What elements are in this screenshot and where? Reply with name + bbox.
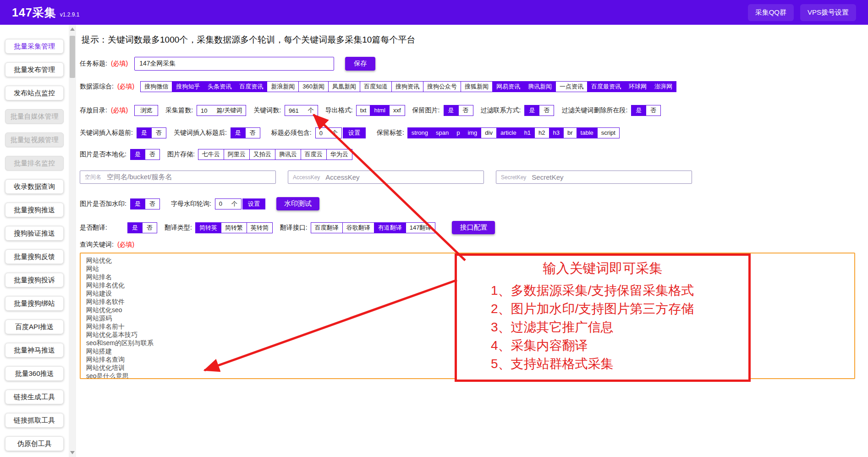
data-source-tag[interactable]: 一点资讯 — [555, 81, 588, 92]
sidebar-item[interactable]: 批量搜狗投诉 — [5, 273, 64, 287]
data-source-tag[interactable]: 腾讯新闻 — [524, 81, 556, 92]
translate-api-option[interactable]: 147翻译 — [406, 222, 436, 233]
keep-tag-option[interactable]: br — [563, 127, 577, 138]
keep-tag-option[interactable]: div — [481, 127, 497, 138]
sidebar-item[interactable]: 批量搜狗反馈 — [5, 249, 64, 264]
keep-image-no[interactable]: 否 — [458, 105, 473, 116]
data-source-tag[interactable]: 搜狗资讯 — [391, 81, 423, 92]
image-localize-no[interactable]: 否 — [145, 149, 159, 160]
filter-keyword-yes[interactable]: 是 — [632, 105, 646, 116]
sidebar-item[interactable]: 批量排名监控 — [5, 156, 64, 171]
translate-api-option[interactable]: 谷歌翻译 — [342, 222, 374, 233]
watermark-yes[interactable]: 是 — [131, 199, 145, 209]
browse-button[interactable]: 浏览 — [134, 105, 158, 116]
insert-before-no[interactable]: 否 — [151, 128, 166, 138]
sidebar-item[interactable]: 批量发布管理 — [5, 62, 64, 77]
access-key-input[interactable]: AccessKey AccessKey — [288, 171, 484, 184]
articles-count-input[interactable]: 10 篇/关键词 — [197, 105, 246, 116]
keep-image-yes[interactable]: 是 — [444, 105, 458, 116]
data-source-tag[interactable]: 百度资讯 — [235, 81, 267, 92]
insert-after-toggle[interactable]: 是 否 — [231, 127, 260, 138]
filter-contact-no[interactable]: 否 — [539, 105, 554, 116]
export-format-option[interactable]: html — [370, 105, 390, 116]
keep-tag-option[interactable]: span — [432, 127, 453, 138]
keep-tag-option[interactable]: p — [452, 127, 464, 138]
export-format-option[interactable]: xxf — [389, 105, 405, 116]
keep-tag-option[interactable]: h2 — [534, 127, 549, 138]
data-source-tag[interactable]: 百度知道 — [360, 81, 392, 92]
watermark-toggle[interactable]: 是 否 — [130, 198, 160, 209]
watermark-test-button[interactable]: 水印测试 — [276, 197, 319, 210]
data-source-tag[interactable]: 环球网 — [625, 81, 651, 92]
keep-tag-option[interactable]: article — [496, 127, 521, 138]
data-source-tag[interactable]: 搜狗知乎 — [172, 81, 204, 92]
save-button[interactable]: 保存 — [345, 57, 375, 71]
data-source-tag[interactable]: 360新闻 — [298, 81, 329, 92]
secret-key-input[interactable]: SecretKey SecretKey — [496, 171, 692, 184]
translate-type-option[interactable]: 简转英 — [195, 222, 221, 233]
keep-image-toggle[interactable]: 是 否 — [444, 105, 473, 116]
must-contain-set-button[interactable]: 设置 — [343, 127, 366, 138]
filter-keyword-no[interactable]: 否 — [646, 105, 660, 116]
translate-type-option[interactable]: 英转简 — [247, 222, 273, 233]
keywords-count-input[interactable]: 961 个 — [285, 105, 318, 116]
sidebar-item[interactable]: 伪原创工具 — [5, 436, 64, 451]
translate-yes[interactable]: 是 — [128, 223, 142, 233]
scroll-up-arrow-icon[interactable] — [70, 28, 75, 31]
watermark-poll-input[interactable]: 0 个 — [215, 198, 242, 209]
filter-contact-yes[interactable]: 是 — [525, 105, 539, 116]
must-contain-input[interactable]: 0 个 — [315, 127, 342, 138]
sidebar-item[interactable]: 链接抓取工具 — [5, 413, 64, 428]
api-config-button[interactable]: 接口配置 — [452, 221, 495, 234]
sidebar-item[interactable]: 批量360推送 — [5, 366, 64, 381]
insert-after-no[interactable]: 否 — [245, 128, 260, 138]
scroll-down-arrow-icon[interactable] — [70, 451, 75, 454]
keep-tag-option[interactable]: h1 — [520, 127, 535, 138]
data-source-tag[interactable]: 搜狗公众号 — [423, 81, 461, 92]
image-storage-option[interactable]: 阿里云 — [224, 149, 250, 160]
sidebar-item[interactable]: 百度API推送 — [5, 319, 64, 334]
export-format-option[interactable]: txt — [356, 105, 371, 116]
sidebar-item[interactable]: 搜狗验证推送 — [5, 226, 64, 241]
sidebar-scrollbar[interactable] — [69, 25, 76, 457]
sidebar-item[interactable]: 批量短视频管理 — [5, 132, 64, 147]
watermark-no[interactable]: 否 — [145, 199, 159, 209]
qq-group-button[interactable]: 采集QQ群 — [748, 4, 794, 21]
image-localize-toggle[interactable]: 是 否 — [130, 149, 160, 160]
image-storage-option[interactable]: 百度云 — [301, 149, 327, 160]
data-source-tag[interactable]: 搜狗微信 — [140, 81, 172, 92]
filter-contact-toggle[interactable]: 是 否 — [524, 105, 554, 116]
sidebar-item[interactable]: 批量神马推送 — [5, 343, 64, 358]
sidebar-item[interactable]: 批量自媒体管理 — [5, 109, 64, 124]
data-source-tag[interactable]: 百度最资讯 — [587, 81, 625, 92]
keep-tag-option[interactable]: script — [597, 127, 620, 138]
sidebar-item[interactable]: 批量搜狗推送 — [5, 203, 64, 217]
sidebar-item[interactable]: 发布站点监控 — [5, 86, 64, 100]
vps-settings-button[interactable]: VPS拨号设置 — [800, 4, 856, 21]
watermark-set-button[interactable]: 设置 — [242, 198, 265, 209]
data-source-tag[interactable]: 新浪新闻 — [267, 81, 299, 92]
data-source-tag[interactable]: 凤凰新闻 — [328, 81, 360, 92]
bucket-name-input[interactable]: 空间名 空间名/bucket/服务名 — [80, 171, 276, 184]
image-storage-option[interactable]: 华为云 — [326, 149, 352, 160]
task-title-input[interactable]: 147全网采集 — [134, 57, 334, 71]
insert-before-yes[interactable]: 是 — [137, 128, 151, 138]
image-storage-option[interactable]: 七牛云 — [198, 149, 224, 160]
data-source-tag[interactable]: 网易资讯 — [492, 81, 524, 92]
image-storage-option[interactable]: 腾讯云 — [275, 149, 301, 160]
image-localize-yes[interactable]: 是 — [131, 149, 145, 160]
translate-no[interactable]: 否 — [142, 223, 157, 233]
data-source-tag[interactable]: 搜狐新闻 — [461, 81, 493, 92]
insert-before-toggle[interactable]: 是 否 — [137, 127, 166, 138]
keep-tag-option[interactable]: h3 — [549, 127, 564, 138]
sidebar-item[interactable]: 链接生成工具 — [5, 390, 64, 404]
sidebar-item[interactable]: 收录数据查询 — [5, 179, 64, 194]
data-source-tag[interactable]: 头条资讯 — [203, 81, 236, 92]
filter-keyword-toggle[interactable]: 是 否 — [631, 105, 661, 116]
translate-api-option[interactable]: 百度翻译 — [311, 222, 343, 233]
translate-api-option[interactable]: 有道翻译 — [374, 222, 406, 233]
keep-tag-option[interactable]: strong — [407, 127, 432, 138]
keep-tag-option[interactable]: img — [463, 127, 481, 138]
sidebar-item[interactable]: 批量采集管理 — [5, 39, 64, 54]
data-source-tag[interactable]: 澎湃网 — [650, 81, 676, 92]
